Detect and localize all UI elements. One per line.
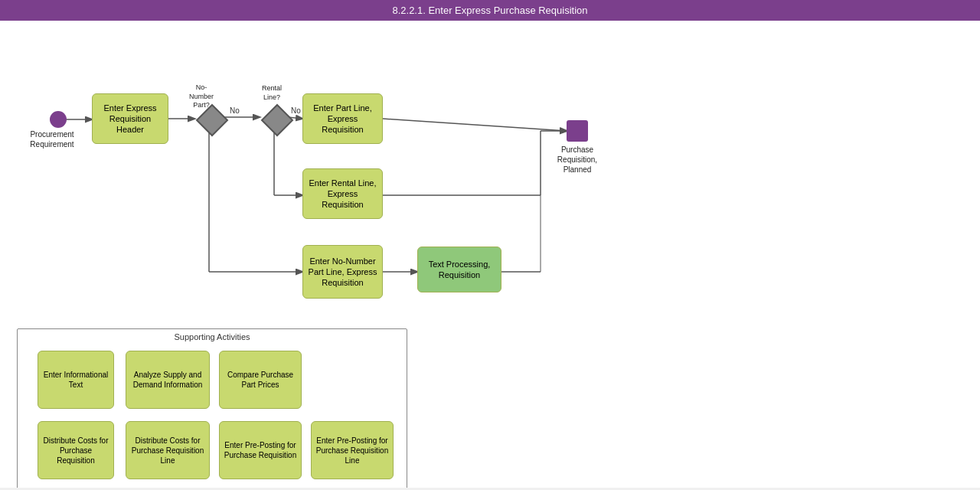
end-event bbox=[567, 120, 588, 142]
page-title: 8.2.2.1. Enter Express Purchase Requisit… bbox=[392, 5, 587, 16]
enter-posting-requisition-line[interactable]: Enter Pre-Posting for Purchase Requisiti… bbox=[311, 421, 394, 479]
compare-purchase-part-prices[interactable]: Compare Purchase Part Prices bbox=[219, 351, 302, 409]
no-number-part-label: No-NumberPart? bbox=[182, 83, 220, 110]
purchase-requisition-planned-label: PurchaseRequisition,Planned bbox=[548, 145, 606, 175]
rental-line-diamond bbox=[260, 103, 294, 140]
enter-rental-line[interactable]: Enter Rental Line, Express Requisition bbox=[302, 168, 383, 219]
enter-posting-requisition[interactable]: Enter Pre-Posting for Purchase Requisiti… bbox=[219, 421, 302, 479]
main-content: No No Procurement Requirement Enter Expr… bbox=[0, 21, 980, 488]
header-bar: 8.2.2.1. Enter Express Purchase Requisit… bbox=[0, 0, 980, 21]
text-processing-requisition[interactable]: Text Processing, Requisition bbox=[417, 247, 501, 292]
supporting-activities-title: Supporting Activities bbox=[174, 332, 250, 341]
enter-express-requisition-header[interactable]: Enter Express Requisition Header bbox=[92, 93, 168, 144]
distribute-costs-requisition[interactable]: Distribute Costs for Purchase Requisitio… bbox=[38, 421, 114, 479]
svg-marker-18 bbox=[262, 105, 292, 136]
analyze-supply-demand[interactable]: Analyze Supply and Demand Information bbox=[126, 351, 210, 409]
supporting-activities-box: Supporting Activities Enter Informationa… bbox=[17, 328, 407, 488]
enter-nonumber-part-line[interactable]: Enter No-Number Part Line, Express Requi… bbox=[302, 245, 383, 299]
svg-line-10 bbox=[383, 119, 567, 131]
enter-part-line[interactable]: Enter Part Line, Express Requisition bbox=[302, 93, 383, 144]
rental-line-label: RentalLine? bbox=[253, 84, 291, 102]
procurement-requirement-label: Procurement Requirement bbox=[21, 129, 83, 149]
start-event bbox=[50, 111, 67, 128]
distribute-costs-requisition-line[interactable]: Distribute Costs for Purchase Requisitio… bbox=[126, 421, 210, 479]
svg-text:No: No bbox=[230, 106, 240, 115]
enter-informational-text[interactable]: Enter Informational Text bbox=[38, 351, 114, 409]
